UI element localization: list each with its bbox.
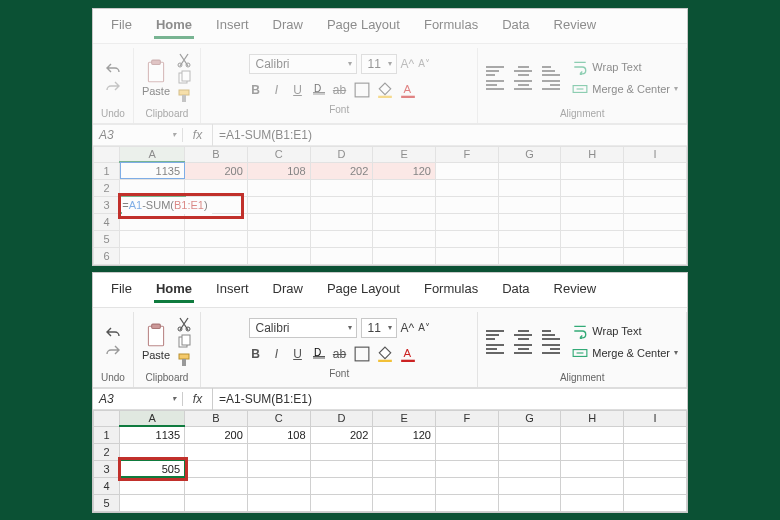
double-underline-button[interactable]: D [312,83,326,97]
align-middle-icon[interactable] [514,66,532,76]
align-top-icon[interactable] [486,330,504,340]
underline-button[interactable]: U [291,83,305,97]
strikethrough-button[interactable]: ab [333,347,347,361]
cell-C1[interactable]: 108 [247,162,310,179]
col-header-D[interactable]: D [310,146,373,162]
align-top-icon[interactable] [486,66,504,76]
double-underline-button[interactable]: D [312,347,326,361]
underline-button[interactable]: U [291,347,305,361]
copy-icon[interactable] [176,334,192,350]
cell-D1[interactable]: 202 [310,162,373,179]
tab-file[interactable]: File [109,279,134,303]
tab-file[interactable]: File [109,15,134,39]
font-color-icon[interactable]: A [400,346,416,362]
cut-icon[interactable] [176,316,192,332]
row-header-5[interactable]: 5 [94,494,120,511]
row-header-3[interactable]: 3 [94,460,120,477]
select-all-corner[interactable] [94,146,120,162]
redo-icon[interactable] [105,79,121,95]
strikethrough-button[interactable]: ab [333,83,347,97]
cell-A3[interactable]: 505 [120,460,185,477]
tab-data[interactable]: Data [500,279,531,303]
tab-data[interactable]: Data [500,15,531,39]
row-header-1[interactable]: 1 [94,426,120,443]
cell-A3-editing[interactable]: =A1-SUM(B1:E1) [120,196,185,213]
name-box[interactable]: A3▾ [93,392,183,406]
tab-page-layout[interactable]: Page Layout [325,15,402,39]
grid[interactable]: A B C D E F G H I 1 1135 200 108 202 120… [93,146,687,265]
tab-review[interactable]: Review [552,279,599,303]
col-header-C[interactable]: C [247,410,310,426]
col-header-C[interactable]: C [247,146,310,162]
merge-center-button[interactable]: Merge & Center ▾ [572,345,678,361]
tab-page-layout[interactable]: Page Layout [325,279,402,303]
bold-button[interactable]: B [249,83,263,97]
cut-icon[interactable] [176,52,192,68]
row-header-2[interactable]: 2 [94,179,120,196]
row-header-3[interactable]: 3 [94,196,120,213]
tab-home[interactable]: Home [154,279,194,303]
align-center-icon[interactable] [514,344,532,354]
formula-input[interactable]: =A1-SUM(B1:E1) [213,128,318,142]
col-header-H[interactable]: H [561,410,624,426]
merge-center-button[interactable]: Merge & Center ▾ [572,81,678,97]
align-left-icon[interactable] [486,344,504,354]
cell-H1[interactable] [561,162,624,179]
paste-button[interactable]: Paste [142,59,170,97]
wrap-text-button[interactable]: Wrap Text [572,59,678,75]
align-left-icon[interactable] [486,80,504,90]
font-size-combo[interactable]: 11▾ [361,54,397,74]
align-right-icon[interactable] [542,344,560,354]
row-header-2[interactable]: 2 [94,443,120,460]
row-header-5[interactable]: 5 [94,230,120,247]
format-painter-icon[interactable] [176,88,192,104]
cell-G1[interactable] [498,162,561,179]
align-bottom-icon[interactable] [542,66,560,76]
redo-icon[interactable] [105,343,121,359]
col-header-E[interactable]: E [373,146,436,162]
tab-draw[interactable]: Draw [271,279,305,303]
fx-icon[interactable]: fx [183,124,213,146]
col-header-G[interactable]: G [498,146,561,162]
grid[interactable]: A B C D E F G H I 1 1135 200 108 202 120… [93,410,687,512]
cell-I1[interactable] [624,162,687,179]
undo-icon[interactable] [105,325,121,341]
cell-A1[interactable]: 1135 [120,162,185,179]
paste-button[interactable]: Paste [142,323,170,361]
font-name-combo[interactable]: Calibri▾ [249,54,357,74]
tab-home[interactable]: Home [154,15,194,39]
col-header-D[interactable]: D [310,410,373,426]
col-header-I[interactable]: I [624,410,687,426]
cell-C1[interactable]: 108 [247,426,310,443]
col-header-A[interactable]: A [120,410,185,426]
col-header-E[interactable]: E [373,410,436,426]
formula-input[interactable]: =A1-SUM(B1:E1) [213,392,318,406]
wrap-text-button[interactable]: Wrap Text [572,323,678,339]
fill-color-icon[interactable] [377,346,393,362]
format-painter-icon[interactable] [176,352,192,368]
cell-D1[interactable]: 202 [310,426,373,443]
col-header-A[interactable]: A [120,146,185,162]
align-center-icon[interactable] [514,80,532,90]
cell-A1[interactable]: 1135 [120,426,185,443]
italic-button[interactable]: I [270,347,284,361]
fx-icon[interactable]: fx [183,388,213,410]
row-header-6[interactable]: 6 [94,247,120,264]
row-header-4[interactable]: 4 [94,213,120,230]
tab-formulas[interactable]: Formulas [422,15,480,39]
cell-B1[interactable]: 200 [185,426,248,443]
col-header-B[interactable]: B [185,410,248,426]
tab-review[interactable]: Review [552,15,599,39]
font-size-combo[interactable]: 11▾ [361,318,397,338]
select-all-corner[interactable] [94,410,120,426]
col-header-H[interactable]: H [561,146,624,162]
tab-insert[interactable]: Insert [214,279,251,303]
align-bottom-icon[interactable] [542,330,560,340]
copy-icon[interactable] [176,70,192,86]
font-name-combo[interactable]: Calibri▾ [249,318,357,338]
row-header-4[interactable]: 4 [94,477,120,494]
tab-insert[interactable]: Insert [214,15,251,39]
bold-button[interactable]: B [249,347,263,361]
cell-F1[interactable] [435,162,498,179]
row-header-1[interactable]: 1 [94,162,120,179]
